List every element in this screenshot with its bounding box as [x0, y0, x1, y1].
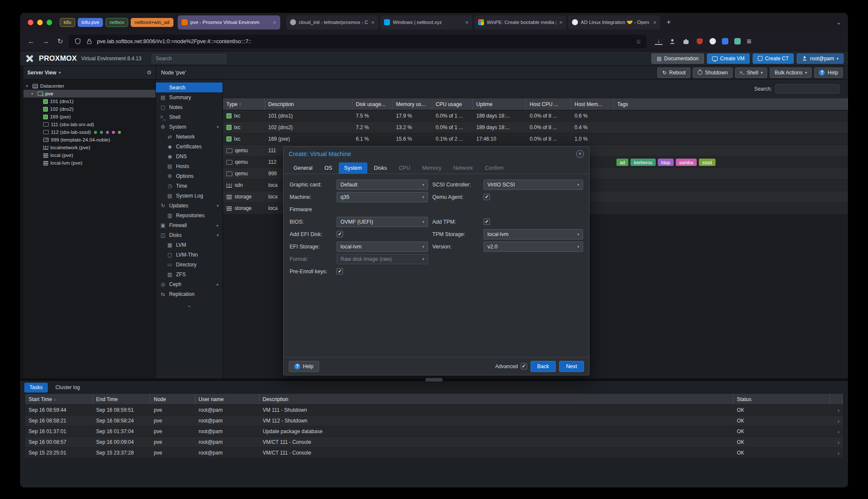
tpm-storage-select[interactable]: local-lvm▾	[484, 229, 583, 239]
tab-cluster-log[interactable]: Cluster log	[50, 383, 85, 393]
advanced-checkbox[interactable]	[521, 363, 527, 369]
node-menu-item[interactable]: ▤ Summary	[156, 92, 223, 102]
column-tags[interactable]: Tags	[614, 98, 848, 110]
extension-icon[interactable]	[710, 38, 716, 44]
node-menu-item[interactable]: >_ Shell	[156, 112, 223, 122]
padlock-icon[interactable]	[85, 38, 93, 45]
tree-item-node-pve[interactable]: ▾pve	[23, 90, 155, 97]
new-tab-button[interactable]: +	[663, 16, 675, 28]
task-row[interactable]: Sep 15 23:25:01 Sep 15 23:37:28 pve root…	[25, 448, 843, 458]
node-menu-item[interactable]: ⚙ Options	[156, 171, 223, 181]
tree-item-ct-101[interactable]: 101 (dns1)	[23, 97, 155, 105]
tree-item-template-999[interactable]: 999 (template-24.04-noble)	[23, 136, 155, 144]
extension-icon[interactable]	[722, 38, 728, 44]
column-end-time[interactable]: End Time	[93, 394, 150, 405]
scsi-controller-select[interactable]: VirtIO SCSI▾	[484, 180, 583, 190]
app-menu-icon[interactable]: ≡	[747, 37, 751, 46]
extension-icon[interactable]	[734, 38, 741, 44]
node-menu-item[interactable]: Search	[156, 83, 223, 92]
task-expand-icon[interactable]: ›	[830, 407, 843, 413]
browser-tab[interactable]: WinPE: Create bootable media | ×	[474, 15, 566, 30]
pre-enroll-keys-checkbox[interactable]	[337, 268, 343, 275]
tree-item-ct-102[interactable]: 102 (dns2)	[23, 105, 155, 113]
documentation-button[interactable]: ▤Documentation	[651, 53, 704, 64]
tab-close-icon[interactable]: ×	[559, 19, 563, 26]
tree-item-ct-169[interactable]: 169 (pxe)	[23, 113, 155, 121]
browser-tab[interactable]: cloud_init - telmate/proxmox - C ×	[286, 15, 378, 30]
add-tpm-checkbox[interactable]	[484, 218, 490, 225]
task-row[interactable]: Sep 16 08:58:21 Sep 16 08:58:24 pve root…	[25, 416, 843, 426]
close-window-button[interactable]	[28, 20, 33, 25]
node-menu-item[interactable]: ◉ DNS	[156, 151, 223, 161]
node-menu-item[interactable]: ◫ Disks ▾	[156, 230, 223, 240]
tree-item-storage-local[interactable]: local (pve)	[23, 151, 155, 159]
browser-tab[interactable]: AD Linux Integration 🤝 - Open ×	[568, 15, 660, 30]
task-row[interactable]: Sep 16 08:59:44 Sep 16 08:59:51 pve root…	[25, 405, 843, 416]
tab-group-chip[interactable]: netboot+win_ad	[131, 18, 173, 27]
dialog-tab[interactable]: CPU	[393, 162, 416, 174]
create-vm-button[interactable]: Create VM	[707, 53, 750, 64]
node-menu-item[interactable]: ◎ Ceph ▸	[156, 279, 223, 289]
dialog-tab[interactable]: Disks	[368, 162, 393, 174]
browser-tab[interactable]: Windows | netboot.xyz ×	[380, 15, 472, 30]
help-button[interactable]: ?Help	[814, 68, 843, 78]
graphic-card-select[interactable]: Default▾	[337, 180, 428, 190]
menu-expand-icon[interactable]: ▸	[217, 282, 219, 286]
dialog-help-button[interactable]: ?Help	[289, 361, 319, 372]
next-button[interactable]: Next	[559, 361, 584, 372]
efi-storage-select[interactable]: local-lvm▾	[337, 242, 428, 252]
tab-group-chip[interactable]: k8s	[60, 18, 75, 27]
panel-splitter[interactable]	[20, 378, 848, 381]
reload-button[interactable]: ↻	[54, 35, 66, 47]
column-host-mem[interactable]: Host Mem...	[571, 98, 614, 110]
column-description[interactable]: Description	[259, 394, 733, 405]
user-menu-button[interactable]: root@pam▾	[797, 53, 844, 64]
bios-select[interactable]: OVMF (UEFI)▾	[337, 217, 428, 227]
caret-icon[interactable]: ▾	[26, 84, 30, 88]
tab-group-chip[interactable]: netbox	[106, 18, 128, 27]
tree-item-storage-local-lvm[interactable]: local-lvm (pve)	[23, 159, 155, 167]
tracking-protection-shield-icon[interactable]	[74, 38, 82, 45]
node-menu-item[interactable]: ↻ Updates ▾	[156, 201, 223, 210]
dialog-tab[interactable]: Network	[448, 162, 478, 174]
menu-expand-icon[interactable]: ▾	[217, 233, 219, 237]
column-status[interactable]: Status	[733, 394, 830, 405]
column-start-time[interactable]: Start Time↓	[25, 394, 93, 405]
chevron-down-icon[interactable]: ▾	[761, 71, 763, 75]
column-cpu-usage[interactable]: CPU usage	[432, 98, 473, 110]
column-node[interactable]: Node	[150, 394, 195, 405]
tab-close-icon[interactable]: ×	[465, 19, 469, 26]
forward-button[interactable]: →	[40, 35, 52, 47]
column-description[interactable]: Description	[265, 98, 352, 110]
tab-close-icon[interactable]: ×	[371, 19, 375, 26]
back-button[interactable]: Back	[531, 361, 556, 372]
column-host-cpu[interactable]: Host CPU ...	[526, 98, 571, 110]
guest-table-row[interactable]: lxc 102 (dns2) 7.2 % 13.2 % 0.0% of 1 ..…	[223, 122, 848, 133]
node-menu-item[interactable]: ▦ LVM	[156, 240, 223, 250]
dialog-tab[interactable]: System	[339, 162, 368, 174]
guest-table-row[interactable]: lxc 101 (dns1) 7.5 % 17.9 % 0.0% of 1 ..…	[223, 110, 848, 122]
dialog-titlebar[interactable]: Create: Virtual Machine ×	[284, 147, 589, 161]
node-menu-item[interactable]: ▨ ZFS	[156, 269, 223, 279]
tree-item-vm-111[interactable]: 111 (sbx-lab-srv-ad)	[23, 121, 155, 128]
downloads-icon[interactable]: ↓	[655, 38, 663, 45]
tree-item-vm-112[interactable]: 112 (sbx-lab-sssd)	[23, 128, 155, 136]
dialog-tab[interactable]: General	[288, 162, 318, 174]
node-menu-item[interactable]: ◆ Certificates	[156, 142, 223, 151]
task-row[interactable]: Sep 16 00:08:57 Sep 16 00:09:04 pve root…	[25, 437, 843, 448]
guest-search-input[interactable]	[775, 84, 839, 94]
node-menu-item[interactable]: ⚙ System ▾	[156, 122, 223, 132]
node-menu-item[interactable]: ⇆ Replication	[156, 289, 223, 299]
node-menu-item[interactable]: ▢ Notes	[156, 102, 223, 112]
tree-item-localnetwork[interactable]: localnetwork (pve)	[23, 144, 155, 151]
url-bar[interactable]: pve.lab.softbox.net:8006/#v1:0:=node%2Fp…	[69, 35, 646, 48]
account-icon[interactable]	[669, 38, 676, 45]
dialog-tab[interactable]: Memory	[416, 162, 447, 174]
browser-tab[interactable]: pve - Proxmox Virtual Environm ×	[178, 15, 280, 30]
global-search-input[interactable]	[152, 54, 226, 63]
tree-item-datacenter[interactable]: ▾Datacenter	[23, 82, 155, 90]
node-menu-item[interactable]: ▤ Hosts	[156, 161, 223, 171]
task-expand-icon[interactable]: ›	[830, 439, 843, 446]
node-menu-item[interactable]: ▢ LVM-Thin	[156, 250, 223, 260]
node-menu-item[interactable]: ▥ Repositories	[156, 210, 223, 220]
